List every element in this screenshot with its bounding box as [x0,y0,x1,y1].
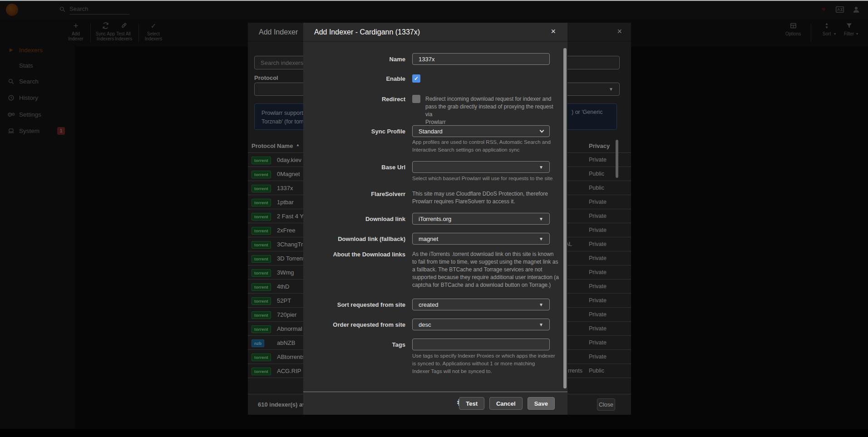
chevron-down-icon [540,128,544,133]
cardigann-modal-footer: ⚙ × Test Cancel Save [303,392,567,415]
tags-label: Tags [303,341,405,348]
sync-profile-help: App profiles are used to control RSS, Au… [412,138,562,154]
caret-down-icon: ▼ [539,216,543,221]
download-link-value: iTorrents.org [419,216,539,222]
sync-profile-label: Sync Profile [303,128,405,135]
tags-help: Use tags to specify Indexer Proxies or w… [412,352,562,375]
redirect-checkbox[interactable] [412,95,420,103]
redirect-help-text: Redirect incoming download request for i… [425,95,555,126]
window-top-edge [0,0,868,1]
enable-label: Enable [303,75,405,82]
save-button[interactable]: Save [528,397,555,410]
base-url-help: Select which baseurl Prowlarr will use f… [412,175,562,182]
about-download-links-text: As the iTorrents .torrent download link … [412,250,560,289]
sort-requested-select[interactable]: created ▼ [412,299,550,310]
caret-down-icon: ▼ [539,165,543,170]
modal-scrollbar-thumb[interactable] [563,48,567,388]
sync-profile-value: Standard [419,128,540,135]
order-requested-value: desc [419,321,539,328]
order-requested-select[interactable]: desc ▼ [412,319,550,330]
flaresolverr-label: FlareSolverr [303,191,405,197]
screen: ♥A ▶IndexersStatsSearchHistory⚙⚙Settings… [0,0,868,437]
download-link-fallback-select[interactable]: magnet ▼ [412,233,550,245]
name-input[interactable] [412,53,550,65]
redirect-label: Redirect [303,96,405,103]
sort-requested-value: created [419,301,539,308]
cardigann-modal-header: Add Indexer - Cardigann (1337x) × [303,23,567,42]
cardigann-modal-title: Add Indexer - Cardigann (1337x) [314,28,420,36]
sort-requested-label: Sort requested from site [303,301,405,308]
base-url-select[interactable]: ▼ [412,161,550,173]
caret-down-icon: ▼ [539,302,543,307]
download-link-select[interactable]: iTorrents.org ▼ [412,213,550,225]
caret-down-icon: ▼ [539,322,543,327]
cancel-button[interactable]: Cancel [489,397,523,410]
sync-profile-select[interactable]: Standard [412,125,550,137]
name-label: Name [303,56,405,63]
flaresolverr-text: This site may use Cloudflare DDoS Protec… [412,190,557,206]
tags-input[interactable] [412,339,550,350]
enable-checkbox[interactable]: ✓ [412,74,420,83]
order-requested-label: Order requested from site [303,321,405,328]
download-link-fallback-label: Download link (fallback) [303,236,405,242]
add-indexer-cardigann-modal: Add Indexer - Cardigann (1337x) × Name E… [303,23,567,415]
cardigann-modal-body: Name Enable ✓ Redirect Redirect incoming… [303,42,567,392]
base-url-label: Base Url [303,164,405,171]
test-button[interactable]: Test [459,397,484,410]
check-icon: ✓ [414,75,419,82]
about-download-links-label: About the Download links [303,251,405,258]
download-link-label: Download link [303,216,405,222]
download-link-fallback-value: magnet [419,236,539,242]
caret-down-icon: ▼ [539,236,543,241]
close-icon[interactable]: × [551,27,556,36]
